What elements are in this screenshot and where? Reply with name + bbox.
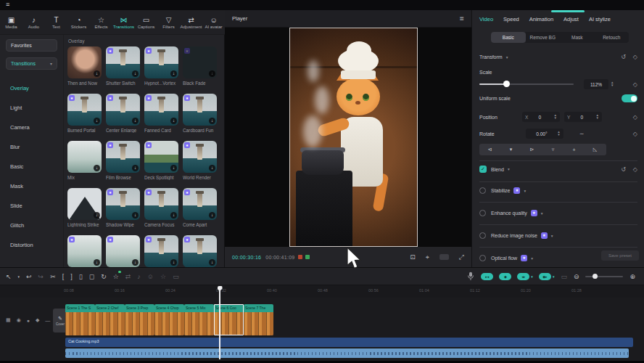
- transition-card-deck-spotlight[interactable]: ★↓Deck Spotlight: [144, 141, 179, 180]
- link-toggle[interactable]: ◂▸: [517, 273, 529, 280]
- record-icon[interactable]: ▭: [173, 273, 179, 280]
- timeline-clip[interactable]: Scene 1 The S: [65, 304, 95, 335]
- subtab-retouch[interactable]: Retouch: [595, 32, 629, 43]
- preview-axis-icon[interactable]: ▭: [561, 273, 567, 280]
- timeline-clip[interactable]: Scene 4 Chop: [154, 304, 184, 335]
- toolbar-item-media[interactable]: ▣Media: [0, 16, 22, 29]
- player-menu-icon[interactable]: ≣: [459, 15, 464, 22]
- rotate-dial-icon[interactable]: ∼: [579, 131, 585, 137]
- redo-icon[interactable]: ↪: [38, 273, 44, 280]
- snap-toggle[interactable]: ◆▸: [539, 273, 551, 280]
- transition-card-shutter-switch[interactable]: ★↓Shutter Switch: [106, 46, 141, 86]
- toolbar-item-captions[interactable]: ▭Captions: [135, 16, 157, 29]
- blend-checkbox[interactable]: ✓: [479, 166, 487, 173]
- sidebar-item-slide[interactable]: Slide: [0, 196, 63, 216]
- undo-icon[interactable]: ↩: [26, 273, 32, 280]
- tab-adjust[interactable]: Adjust: [564, 16, 579, 23]
- delete-icon[interactable]: ▯: [79, 273, 83, 280]
- marker-green-icon[interactable]: [305, 255, 310, 259]
- timeline-zoom-slider[interactable]: [585, 276, 623, 277]
- tab-speed[interactable]: Speed: [503, 16, 519, 23]
- chevron-down-icon[interactable]: ▾: [541, 211, 543, 216]
- chevron-down-icon[interactable]: ▾: [506, 55, 508, 60]
- zoom-out-icon[interactable]: ⊖: [574, 273, 579, 280]
- download-icon[interactable]: ↓: [209, 259, 215, 266]
- align-bottom-icon[interactable]: ▿: [542, 147, 564, 152]
- transition-card-cardboard-fun[interactable]: ★↓Cardboard Fun: [183, 94, 218, 133]
- loop-icon[interactable]: ↻: [101, 273, 107, 280]
- auto-cut-toggle[interactable]: ▸◂: [481, 273, 493, 280]
- sidebar-item-basic[interactable]: Basic: [0, 157, 63, 176]
- window-menu-icon[interactable]: ≡: [6, 1, 9, 8]
- main-track-icon[interactable]: ▦: [6, 317, 11, 323]
- download-icon[interactable]: ↓: [209, 212, 215, 219]
- timeline-ruler[interactable]: 00:0800:1600:2400:3200:4000:4800:5601:04…: [0, 285, 644, 298]
- scale-slider[interactable]: [479, 83, 574, 85]
- marker-red-icon[interactable]: [298, 255, 302, 259]
- download-icon[interactable]: ↓: [209, 118, 215, 124]
- focus-icon[interactable]: ⌖: [426, 253, 429, 261]
- toolbar-item-adjustment[interactable]: ⇄Adjustment: [180, 16, 202, 29]
- hide-track-icon[interactable]: ●: [27, 318, 30, 323]
- playhead[interactable]: [219, 286, 220, 359]
- audio-waveform-track[interactable]: [65, 348, 629, 358]
- wand-icon[interactable]: ☆: [160, 273, 166, 280]
- transition-card-camera-focus[interactable]: ★↓Camera Focus: [144, 188, 179, 227]
- transition-card[interactable]: ★↓: [106, 235, 141, 267]
- transition-card[interactable]: ★↓: [144, 235, 179, 267]
- split-icon[interactable]: ✂: [50, 273, 56, 280]
- sidebar-item-camera[interactable]: Camera: [0, 118, 63, 137]
- download-icon[interactable]: ↓: [170, 70, 177, 77]
- transition-card-hypnot-vortex[interactable]: ★↓Hypnot...Vortex: [144, 46, 179, 86]
- toolbar-item-audio[interactable]: ♪Audio: [22, 16, 45, 29]
- reset-icon[interactable]: ↺: [621, 54, 626, 60]
- download-icon[interactable]: ↓: [209, 165, 215, 171]
- download-icon[interactable]: ↓: [170, 165, 177, 171]
- audio-track[interactable]: Cat Cooking.mp3: [65, 338, 633, 347]
- subtab-remove-bg[interactable]: Remove BG: [526, 32, 561, 43]
- save-preset-button[interactable]: Save preset: [601, 250, 639, 261]
- category-dropdown[interactable]: Transitions ▾: [6, 57, 57, 70]
- chevron-down-icon[interactable]: ▾: [553, 274, 555, 279]
- transition-card-black-fade[interactable]: ★↓Black Fade: [183, 46, 218, 86]
- download-icon[interactable]: ↓: [94, 70, 100, 77]
- timeline-clip[interactable]: Scene 2 Chef: [95, 304, 125, 335]
- download-icon[interactable]: ↓: [209, 70, 215, 77]
- reset-icon[interactable]: ↺: [621, 166, 626, 173]
- mirror-icon[interactable]: ⇄: [125, 273, 131, 280]
- tab-video[interactable]: Video: [479, 16, 493, 23]
- align-left-icon[interactable]: ⊲: [479, 147, 500, 152]
- fullscreen-icon[interactable]: ⤢: [459, 253, 464, 261]
- sidebar-item-light[interactable]: Light: [0, 98, 63, 118]
- mute-clip-icon[interactable]: ♪: [137, 273, 141, 280]
- rotate-stepper[interactable]: ▲▼: [557, 131, 560, 137]
- chevron-down-icon[interactable]: ▾: [18, 274, 20, 279]
- stabilize-checkbox[interactable]: [479, 187, 486, 194]
- timeline-clip[interactable]: Scene 7 The: [244, 304, 273, 335]
- reduce-image-noise-checkbox[interactable]: [479, 232, 486, 239]
- toolbar-item-text[interactable]: TText: [45, 16, 67, 29]
- position-x-field[interactable]: X 0 ▲▼: [522, 112, 560, 122]
- scale-stepper[interactable]: ▲▼: [611, 81, 614, 88]
- download-icon[interactable]: ↓: [94, 259, 100, 266]
- download-icon[interactable]: ↓: [170, 259, 177, 266]
- scale-value[interactable]: 112%: [584, 79, 608, 89]
- transition-card-world-render[interactable]: ★↓World Render: [183, 141, 218, 180]
- download-icon[interactable]: ↓: [132, 212, 139, 219]
- ratio-icon[interactable]: ⊡: [410, 253, 416, 261]
- transition-card-come-apart[interactable]: ★↓Come Apart: [183, 188, 218, 227]
- keyframe-icon[interactable]: ◇: [633, 54, 637, 60]
- timeline-clip[interactable]: Scene 5 Mix: [184, 304, 214, 335]
- chevron-down-icon[interactable]: ▾: [551, 234, 553, 238]
- smart-cut-icon[interactable]: ☆: [113, 273, 119, 280]
- rotate-field[interactable]: 0.00° ▲▼: [526, 129, 564, 139]
- video-preview[interactable]: [289, 28, 418, 247]
- transition-card[interactable]: ★↓: [183, 235, 218, 267]
- mute-track-icon[interactable]: ◆: [36, 317, 39, 323]
- position-y-field[interactable]: Y 0 ▲▼: [564, 112, 602, 122]
- transition-card-film-browse[interactable]: ★↓Film Browse: [106, 141, 141, 180]
- transition-card-lightning-strike[interactable]: ↓Lightning Strike: [67, 188, 102, 227]
- sidebar-item-overlay[interactable]: Overlay: [0, 78, 63, 98]
- keyframe-icon[interactable]: ◇: [633, 114, 637, 121]
- mic-icon[interactable]: [467, 272, 474, 281]
